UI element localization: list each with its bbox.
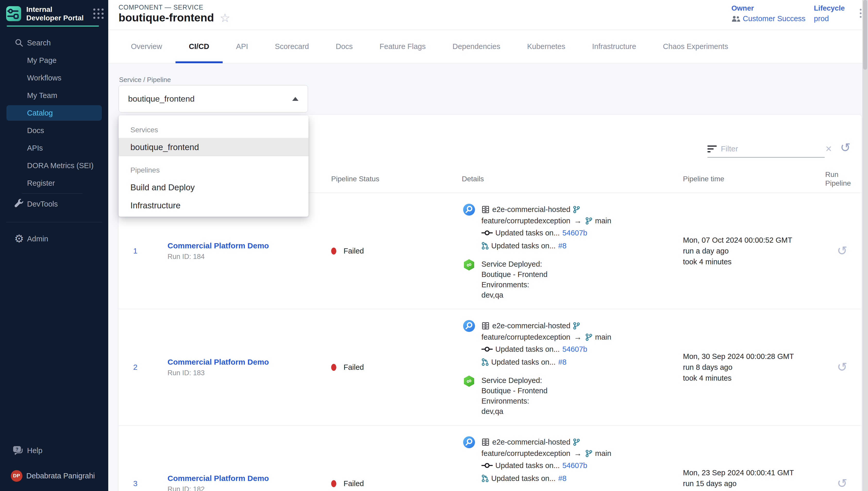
tab-dependencies[interactable]: Dependencies [439, 30, 514, 63]
col-details: Details [457, 175, 678, 183]
pipeline-select[interactable]: boutique_frontend [119, 85, 308, 112]
ci-stage-icon [463, 204, 475, 252]
owner-link[interactable]: Customer Success [732, 15, 805, 23]
pr-link[interactable]: #8 [558, 474, 566, 483]
ci-stage-icon [463, 320, 475, 369]
menu-group-services: Services [119, 122, 309, 138]
entity-header: COMPONENT — SERVICE boutique-frontend ☆ … [108, 0, 862, 30]
run-timestamp: Mon, 23 Sep 2024 00:00:41 GMT [683, 467, 823, 478]
sidebar-item-search[interactable]: Search [0, 34, 108, 52]
refresh-icon[interactable]: ↺ [840, 142, 850, 154]
run-index: 2 [119, 363, 152, 372]
sidebar-item-my-team[interactable]: My Team [0, 87, 108, 104]
vertical-scrollbar[interactable] [862, 0, 868, 491]
deploy-line: Boutique - Frontend [482, 385, 548, 396]
pipeline-link[interactable]: Commercial Platform Demo [167, 474, 327, 483]
sidebar-item-my-page[interactable]: My Page [0, 52, 108, 69]
tab-scorecard[interactable]: Scorecard [261, 30, 322, 63]
commit-link[interactable]: 54607b [562, 461, 587, 470]
filter-field[interactable]: × [708, 141, 825, 157]
avatar: DP [11, 470, 23, 482]
table-row: 3 Commercial Platform Demo Run ID: 182 F… [119, 426, 862, 491]
owner-block: Owner Customer Success [732, 4, 805, 23]
tab-feature-flags[interactable]: Feature Flags [366, 30, 439, 63]
sidebar-item-dora-metrics[interactable]: DORA Metrics (SEI) [0, 157, 108, 174]
entity-tabs: Overview CI/CD API Scorecard Docs Featur… [108, 30, 862, 63]
status-badge: Failed [344, 247, 364, 255]
sidebar-item-register[interactable]: Register [0, 174, 108, 192]
help-chat-icon: ? [11, 445, 25, 456]
menu-option-build-and-deploy[interactable]: Build and Deploy [119, 178, 309, 197]
gear-icon: ⚙ [13, 233, 25, 244]
pipeline-link[interactable]: Commercial Platform Demo [167, 241, 327, 250]
tab-cicd[interactable]: CI/CD [176, 30, 223, 63]
status-badge: Failed [344, 363, 364, 372]
pr-link[interactable]: #8 [558, 242, 566, 250]
arrow-right-icon: → [574, 333, 582, 341]
tab-kubernetes[interactable]: Kubernetes [514, 30, 579, 63]
app-switcher-icon[interactable] [93, 8, 103, 19]
wrench-icon [13, 199, 25, 209]
sidebar-item-apis[interactable]: APIs [0, 139, 108, 157]
run-index: 1 [119, 247, 152, 255]
commit-text: Updated tasks on... [495, 229, 560, 237]
run-duration: took 4 minutes [683, 256, 823, 267]
ci-stage-icon [463, 436, 475, 485]
menu-option-infrastructure[interactable]: Infrastructure [119, 197, 309, 214]
tab-chaos-experiments[interactable]: Chaos Experiments [649, 30, 741, 63]
deploy-line: Service Deployed: [482, 375, 548, 385]
pipeline-time-cell: Mon, 07 Oct 2024 00:00:52 GMT run a day … [678, 235, 823, 267]
commit-icon [482, 346, 493, 352]
sidebar-item-catalog[interactable]: Catalog [0, 104, 108, 122]
sidebar-item-help[interactable]: ? Help [0, 442, 108, 459]
run-index: 3 [119, 479, 152, 488]
git-branch-icon [585, 450, 592, 457]
status-cell: Failed [327, 480, 457, 488]
commit-icon [482, 462, 493, 469]
run-ago: run a day ago [683, 246, 823, 256]
cicd-content: Service / Pipeline boutique_frontend × ↺… [108, 63, 862, 491]
status-cell: Failed [327, 247, 457, 255]
run-ago: run 8 days ago [683, 362, 823, 373]
user-menu[interactable]: DP Debabrata Panigrahi [0, 467, 108, 485]
favorite-star-icon[interactable]: ☆ [220, 12, 230, 24]
pipeline-time-cell: Mon, 30 Sep 2024 00:00:28 GMT run 8 days… [678, 351, 823, 383]
rerun-pipeline-icon[interactable]: ↺ [837, 477, 847, 490]
status-badge: Failed [344, 480, 364, 488]
repository-icon [482, 438, 490, 446]
sidebar-item-workflows[interactable]: Workflows [0, 69, 108, 87]
rerun-pipeline-icon[interactable]: ↺ [837, 245, 847, 257]
svg-text:?: ? [16, 447, 18, 452]
tab-docs[interactable]: Docs [322, 30, 366, 63]
clear-filter-icon[interactable]: × [825, 143, 833, 154]
status-cell: Failed [327, 363, 457, 372]
run-id: Run ID: 182 [167, 485, 327, 491]
pull-request-icon [482, 242, 489, 250]
commit-link[interactable]: 54607b [562, 229, 587, 237]
sidebar-item-admin[interactable]: ⚙ Admin [0, 230, 108, 248]
filter-input[interactable] [721, 144, 820, 153]
divider [6, 222, 102, 222]
commit-link[interactable]: 54607b [562, 345, 587, 353]
app-title: Internal Developer Portal [26, 5, 87, 22]
deploy-line: dev,qa [482, 406, 548, 416]
branch-from: feature/corruptedexception [482, 449, 570, 458]
repo-name: e2e-commercial-hosted [492, 438, 570, 446]
sidebar-item-devtools[interactable]: DevTools [0, 195, 108, 213]
menu-option-boutique-frontend[interactable]: boutique_frontend [119, 138, 309, 156]
pr-link[interactable]: #8 [558, 358, 566, 367]
table-body: 1 Commercial Platform Demo Run ID: 184 F… [119, 193, 862, 491]
pipeline-link[interactable]: Commercial Platform Demo [167, 358, 327, 367]
rerun-pipeline-icon[interactable]: ↺ [837, 361, 847, 373]
tab-infrastructure[interactable]: Infrastructure [579, 30, 649, 63]
sidebar-item-docs[interactable]: Docs [0, 122, 108, 139]
scrollbar-thumb[interactable] [863, 0, 867, 69]
tab-api[interactable]: API [223, 30, 261, 63]
git-branch-icon [573, 205, 580, 213]
main-area: COMPONENT — SERVICE boutique-frontend ☆ … [108, 0, 862, 491]
sidebar-accent-divider [7, 26, 99, 27]
tab-overview[interactable]: Overview [118, 30, 176, 63]
search-icon [13, 38, 25, 48]
menu-group-pipelines: Pipelines [119, 162, 309, 178]
owner-label: Owner [732, 4, 805, 12]
